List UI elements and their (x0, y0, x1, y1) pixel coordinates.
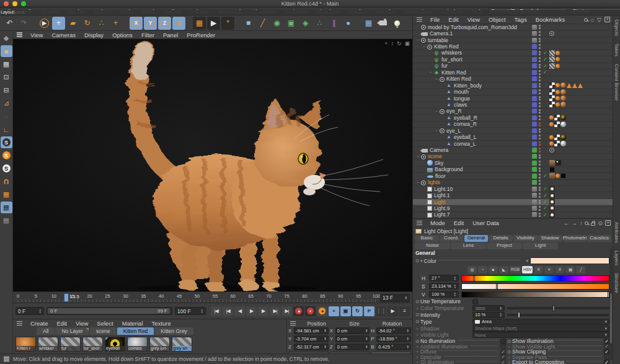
animation-dot-icon[interactable]: ⊙ (414, 299, 420, 304)
layer-color-chip[interactable] (532, 109, 537, 113)
home-icon[interactable]: ⌂ (591, 17, 594, 23)
track-icon[interactable]: ⊙ (598, 220, 603, 226)
point-mode-icon[interactable]: ⊡ (1, 71, 12, 83)
tri-tag-icon[interactable] (578, 83, 583, 88)
tree-item-cornea-r[interactable]: ▲cornea_R (413, 122, 613, 128)
viewport-menu-prorender[interactable]: ProRender (182, 32, 219, 38)
tab-visibility[interactable]: Visibility (513, 235, 538, 242)
material-cornea[interactable]: cornea (127, 337, 148, 352)
visibility-dots-icon[interactable] (539, 148, 541, 153)
range-start-field[interactable]: 0 F ▲▼ (16, 307, 44, 315)
tab-details[interactable]: Details (489, 235, 513, 242)
from-picture-icon[interactable]: ◣ (499, 266, 508, 273)
size-y-field[interactable]: 0 cm▲▼ (335, 335, 370, 342)
timeline-playhead[interactable] (64, 293, 69, 302)
visibility-dots-icon[interactable] (539, 51, 541, 56)
enabled-check-icon[interactable]: ✓ (543, 63, 549, 69)
snap-icon[interactable]: U (1, 175, 12, 187)
layer-color-chip[interactable] (532, 200, 537, 205)
material-kitten-r[interactable]: Kitten r (16, 337, 36, 352)
tri-tag-icon[interactable] (572, 83, 577, 88)
scale-icon[interactable]: ▰ (66, 17, 79, 30)
layer-color-chip[interactable] (532, 128, 537, 133)
live-selection-icon[interactable]: ▶ (38, 17, 51, 30)
disclosure-icon[interactable]: ▾ (420, 259, 423, 264)
material-tab-kitten-red[interactable]: Kitten Red (117, 327, 154, 335)
saturation-slider[interactable] (461, 283, 609, 290)
lock-x-axis-icon[interactable]: X (130, 17, 143, 30)
dot-tag-icon[interactable] (549, 141, 554, 146)
expander-icon[interactable]: − (428, 70, 433, 74)
add-layer-icon[interactable] (604, 17, 610, 22)
enabled-check-icon[interactable]: ✓ (543, 50, 549, 56)
panel-tab-structure[interactable]: Structure (614, 269, 619, 296)
keyframe-selection-button[interactable]: ● (317, 306, 327, 316)
value-slider[interactable] (461, 291, 609, 298)
visibility-dots-icon[interactable] (539, 70, 541, 75)
color-swatch[interactable] (530, 257, 609, 264)
material-grey-sh[interactable]: grey sh (172, 337, 192, 352)
layer-color-chip[interactable] (532, 31, 537, 36)
move-icon[interactable]: + (52, 17, 65, 30)
black-tag-icon[interactable] (549, 167, 555, 172)
record-scale-button[interactable]: ▣ (340, 306, 351, 316)
checker-tag-icon[interactable] (549, 82, 555, 88)
intensity-field[interactable]: 10 % ▲▼ (472, 312, 505, 318)
tab-light[interactable]: Light (523, 242, 558, 249)
visibility-dots-icon[interactable] (539, 161, 541, 166)
axis-modifier-icon[interactable]: + (109, 17, 122, 30)
material-eyeball[interactable]: eyeball (105, 337, 125, 352)
layer-color-chip[interactable] (532, 187, 537, 192)
expander-icon[interactable]: − (434, 109, 439, 113)
visibility-dots-icon[interactable] (539, 200, 541, 205)
sphere-tag-icon[interactable] (560, 102, 566, 107)
layer-color-chip[interactable] (532, 50, 537, 55)
layer-color-chip[interactable] (532, 63, 537, 68)
tree-item-eyeball-l[interactable]: ▲eyeball_L (413, 134, 613, 140)
layer-color-chip[interactable] (532, 25, 537, 30)
sphere-tag-icon[interactable] (560, 89, 566, 95)
object-manager-menu-bookmarks[interactable]: Bookmarks (531, 16, 570, 23)
rotation-h-field[interactable]: -54.02 °▲▼ (376, 327, 411, 334)
lock-y-axis-icon[interactable]: Y (144, 17, 157, 30)
tweak-mode-icon[interactable]: ◌ (1, 110, 12, 122)
visibility-dots-icon[interactable] (539, 31, 541, 36)
material-whisker[interactable]: whisker (38, 337, 58, 352)
target-tag-icon[interactable] (549, 31, 554, 36)
stepper-icon[interactable]: ▲▼ (39, 309, 42, 313)
viewport-menu-panel[interactable]: Panel (159, 32, 182, 38)
layer-color-chip[interactable] (532, 115, 537, 120)
viewport-solo-off-icon[interactable]: S (1, 136, 12, 148)
visibility-dots-icon[interactable] (539, 135, 541, 140)
record-active-objects-button[interactable]: ● (293, 306, 304, 316)
layer-color-chip[interactable] (532, 161, 537, 166)
attribute-menu-mode[interactable]: Mode (426, 220, 450, 226)
tree-item-light-10[interactable]: Light.10✓ (413, 186, 613, 192)
add-subdivision-surface-icon[interactable]: ◉ (270, 17, 283, 30)
animation-dot-icon[interactable]: ⊙ (414, 312, 420, 317)
visibility-dots-icon[interactable] (539, 89, 541, 94)
layer-color-chip[interactable] (532, 96, 537, 101)
parent-object-icon[interactable]: ↑ (580, 220, 583, 226)
polygon-mode-icon[interactable]: ⊿ (1, 97, 12, 109)
search-icon[interactable] (584, 18, 588, 22)
pan-view-icon[interactable]: + (384, 40, 388, 47)
visibility-dots-icon[interactable] (539, 141, 541, 146)
dot-tag-icon[interactable] (549, 122, 554, 127)
expander-icon[interactable]: − (415, 38, 420, 42)
tree-item-kitten-body[interactable]: ▲Kitten_body (413, 82, 613, 89)
tree-item-kitten-red[interactable]: −Kitten Red (413, 43, 613, 50)
redo-icon[interactable]: ↷ (17, 17, 30, 30)
tab-lens[interactable]: Lens (451, 242, 486, 249)
viewport-menu-display[interactable]: Display (80, 32, 108, 38)
panel-tab-attributes[interactable]: Attributes (614, 218, 619, 247)
layer-color-chip[interactable] (532, 206, 537, 211)
animation-dot-icon[interactable]: ⊙ (414, 258, 420, 264)
toggle-view-icon[interactable]: ▣ (404, 40, 410, 47)
light-tag-icon[interactable] (549, 199, 555, 205)
spectrum-icon[interactable]: ■ (489, 266, 498, 273)
layer-color-chip[interactable] (532, 102, 537, 107)
add-cube-icon[interactable]: ■ (242, 17, 255, 30)
tree-item-light[interactable]: Light✓ (413, 199, 613, 205)
new-panel-icon[interactable] (605, 220, 611, 226)
